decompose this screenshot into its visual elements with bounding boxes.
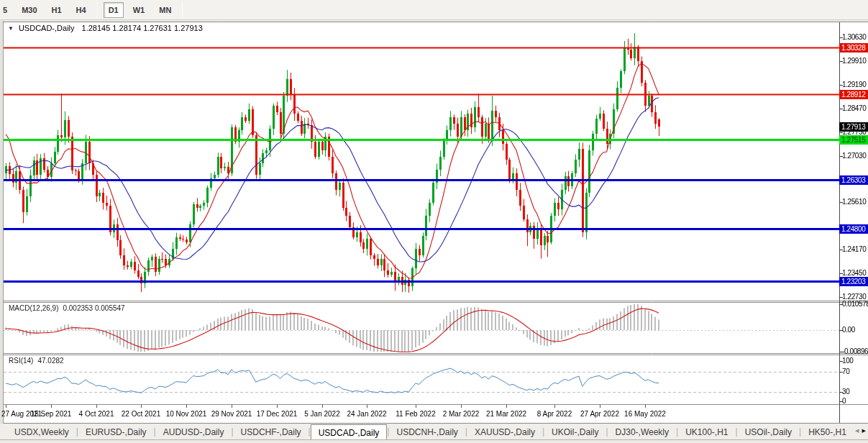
symbol-tab-uk100-h1[interactable]: UK100-,H1 [678, 424, 735, 439]
symbol-tab-bar: USDX,Weekly|EURUSD-,Daily|AUDUSD-,Daily|… [0, 424, 868, 440]
rsi-name: RSI(14) [9, 357, 33, 365]
timeframe-button-m30[interactable]: M30 [17, 2, 42, 18]
timeframe-button-h4[interactable]: H4 [71, 2, 91, 18]
tab-scroll-arrows: ◂▸ [853, 426, 866, 435]
symbol-tab-eurusd-daily[interactable]: EURUSD-,Daily [78, 424, 154, 439]
rsi-axis-tick: 0 [842, 398, 868, 405]
macd-values: 0.002353 0.005547 [63, 304, 124, 312]
rsi-axis-tick: 70 [842, 368, 868, 375]
price-axis-tick: 1.29910 [842, 58, 868, 65]
timeframe-button-w1[interactable]: W1 [128, 2, 150, 18]
price-level-badge: 1.27515 [839, 135, 868, 145]
price-axis-tick: 1.29190 [842, 81, 868, 88]
macd-axis-tick: 0.010578 [842, 301, 868, 308]
rsi-axis-tick: 100 [842, 357, 868, 365]
price-level-badge: 1.30328 [839, 43, 868, 52]
date-axis-label: 21 Mar 2022 [486, 410, 526, 418]
price-axis-tick: 1.25610 [842, 198, 868, 206]
price-level-badge: 1.24800 [839, 224, 868, 234]
date-axis-label: 2 Mar 2022 [443, 410, 480, 418]
macd-indicator-label: MACD(12,26,9)0.002353 0.005547 [9, 304, 125, 312]
date-axis-label: 4 Oct 2021 [79, 410, 114, 418]
toolbar-separator [97, 2, 98, 18]
date-axis-label: 15 Sep 2021 [31, 410, 72, 418]
symbol-tab-ukoil-daily[interactable]: UKOil-,Daily [544, 424, 606, 439]
symbol-tab-usdcad-daily[interactable]: USDCAD-,Daily [311, 424, 388, 439]
timeframe-button-mn[interactable]: MN [154, 2, 176, 18]
macd-name: MACD(12,26,9) [9, 304, 58, 312]
timeframe-button-h1[interactable]: H1 [47, 2, 67, 18]
date-axis-label: 24 Jan 2022 [347, 410, 386, 418]
macd-axis-tick: -0.00896 [842, 348, 868, 355]
chart-title-ohlc-values: 1.28145 1.28174 1.27631 1.27913 [82, 24, 203, 32]
date-axis-label: 22 Oct 2021 [122, 410, 160, 418]
macd-axis-tick: 0.00 [842, 326, 868, 334]
symbol-tab-audusd-daily[interactable]: AUDUSD-,Daily [156, 424, 232, 439]
rsi-axis-tick: 30 [842, 388, 868, 396]
symbol-tab-usoil-daily[interactable]: USOil-,Daily [738, 424, 799, 439]
timeframe-toolbar: 5M30H1H4D1W1MN [0, 0, 868, 20]
tab-scroll-right-icon[interactable]: ▸ [862, 426, 866, 434]
chart-title: ▼USDCAD-,Daily1.28145 1.28174 1.27631 1.… [8, 24, 203, 32]
symbol-tab-usdx-weekly[interactable]: USDX,Weekly [7, 424, 76, 439]
trading-platform-window: 5M30H1H4D1W1MN ▼USDCAD-,Daily1.28145 1.2… [0, 0, 868, 443]
date-axis-label: 17 Dec 2021 [257, 410, 298, 418]
price-level-badge: 1.27913 [839, 122, 868, 132]
symbol-tab-usdchf-daily[interactable]: USDCHF-,Daily [234, 424, 309, 439]
price-level-badge: 1.28912 [839, 90, 868, 99]
rsi-value: 47.0282 [37, 357, 63, 365]
price-axis-tick: 1.23450 [842, 270, 868, 277]
chevron-down-icon[interactable]: ▼ [8, 25, 14, 32]
symbol-tab-hk50-h1[interactable]: HK50-,H1 [801, 424, 854, 439]
price-axis-tick: 1.24170 [842, 246, 868, 253]
date-axis-label: 8 Apr 2022 [537, 410, 572, 418]
price-level-badge: 1.26303 [839, 175, 868, 185]
timeframe-button-d1[interactable]: D1 [104, 2, 124, 18]
toolbar-separator [182, 2, 183, 18]
price-level-badge: 1.23203 [839, 277, 868, 286]
rsi-indicator-label: RSI(14)47.0282 [9, 357, 64, 365]
date-axis-label: 10 Nov 2021 [166, 410, 207, 418]
chart-canvas[interactable] [4, 22, 868, 424]
tab-scroll-left-icon[interactable]: ◂ [855, 426, 859, 434]
timeframe-button-5[interactable]: 5 [0, 2, 12, 18]
price-axis-tick: 1.27030 [842, 152, 868, 160]
price-axis-tick: 1.28470 [842, 105, 868, 112]
symbol-tab-xauusd-daily[interactable]: XAUUSD-,Daily [467, 424, 542, 439]
date-axis-label: 27 Apr 2022 [580, 410, 619, 418]
date-axis-label: 11 Feb 2022 [396, 410, 435, 418]
date-axis-label: 5 Jan 2022 [304, 410, 340, 418]
symbol-tab-usdcnh-daily[interactable]: USDCNH-,Daily [389, 424, 465, 439]
symbol-tab-dj30-weekly[interactable]: DJ30-,Weekly [608, 424, 676, 439]
date-axis-label: 16 May 2022 [624, 410, 666, 418]
date-axis-label: 29 Nov 2021 [211, 410, 252, 418]
chart-title-symbol: USDCAD-,Daily [19, 24, 75, 32]
price-axis-tick: 1.30630 [842, 34, 868, 41]
